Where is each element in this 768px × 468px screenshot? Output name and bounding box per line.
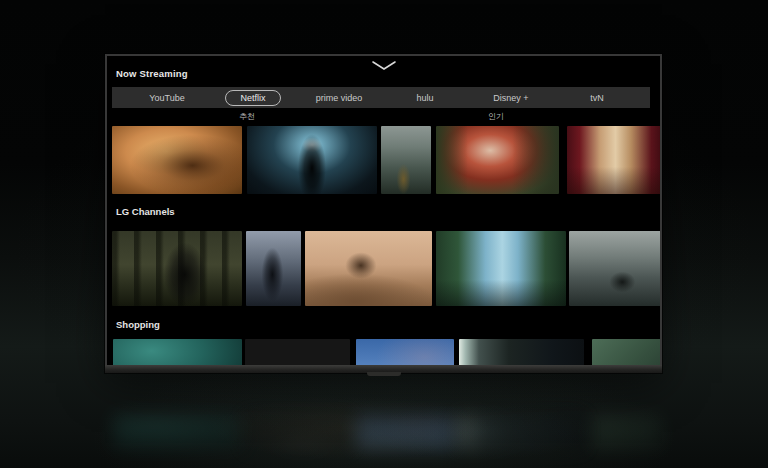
thumb-grim-reaper-mist[interactable] bbox=[246, 231, 301, 306]
reflection-thumb-stone-arch bbox=[245, 415, 350, 449]
tv-bottom-bezel bbox=[105, 365, 662, 373]
chevron-down-icon[interactable] bbox=[371, 60, 397, 72]
reflection-thumb-green-cliff bbox=[592, 415, 662, 449]
tab-youtube[interactable]: YouTube bbox=[124, 87, 210, 108]
tab-label: hulu bbox=[402, 91, 447, 105]
app-tab-bar: YouTubeNetflixprime videohuluDisney +tvN… bbox=[112, 87, 650, 108]
tab-prime-video[interactable]: prime video bbox=[296, 87, 382, 108]
tab-tvn[interactable]: tvN bbox=[554, 87, 640, 108]
thumb-light-beam-dark[interactable] bbox=[459, 339, 584, 365]
thumb-black-dress-forest[interactable] bbox=[112, 231, 242, 306]
tab-netflix[interactable]: Netflix bbox=[210, 87, 296, 108]
lg-channels-row-heading: LG Channels bbox=[116, 206, 175, 217]
tab-label: YouTube bbox=[135, 91, 198, 105]
category-label-1: 인기 bbox=[466, 111, 526, 122]
thumb-dust-storm-duo[interactable] bbox=[112, 126, 242, 194]
thumb-canyon-bridge[interactable] bbox=[436, 231, 566, 306]
thumb-stone-arch[interactable] bbox=[245, 339, 350, 365]
tv-screen: Now Streaming YouTubeNetflixprime videoh… bbox=[107, 56, 660, 365]
tab-label: prime video bbox=[302, 91, 377, 105]
tab-label: Netflix bbox=[225, 90, 280, 106]
thumb-horse-rider-sepia[interactable] bbox=[305, 231, 432, 306]
thumb-blue-sky[interactable] bbox=[356, 339, 454, 365]
thumb-girl-by-window[interactable] bbox=[567, 126, 660, 194]
tv-logo-notch bbox=[367, 372, 401, 376]
tab-label: tvN bbox=[576, 91, 618, 105]
tv-frame: Now Streaming YouTubeNetflixprime videoh… bbox=[105, 54, 662, 373]
page-title: Now Streaming bbox=[116, 68, 188, 79]
lg-channels-row bbox=[107, 231, 660, 306]
tab-disney-[interactable]: Disney + bbox=[468, 87, 554, 108]
reflection-thumb-teal-waterfall-forest bbox=[113, 415, 242, 449]
now-streaming-row bbox=[107, 126, 660, 194]
tab-watcha[interactable]: WATCHA bbox=[640, 87, 650, 108]
reflection-thumb-light-beam-dark bbox=[459, 415, 584, 449]
thumb-green-cliff[interactable] bbox=[592, 339, 660, 365]
tab-hulu[interactable]: hulu bbox=[382, 87, 468, 108]
shopping-row-heading: Shopping bbox=[116, 319, 160, 330]
thumb-teal-waterfall-forest[interactable] bbox=[113, 339, 242, 365]
thumb-mountain-rider-grey[interactable] bbox=[569, 231, 660, 306]
shopping-row bbox=[107, 339, 660, 365]
reflection-thumb-blue-sky bbox=[356, 415, 454, 449]
thumb-red-haired-woman[interactable] bbox=[436, 126, 559, 194]
tab-label: Disney + bbox=[479, 91, 542, 105]
category-label-0: 추천 bbox=[217, 111, 277, 122]
thumb-misty-forest-hiker[interactable] bbox=[381, 126, 431, 194]
thumb-dark-tunnel-figure[interactable] bbox=[247, 126, 377, 194]
